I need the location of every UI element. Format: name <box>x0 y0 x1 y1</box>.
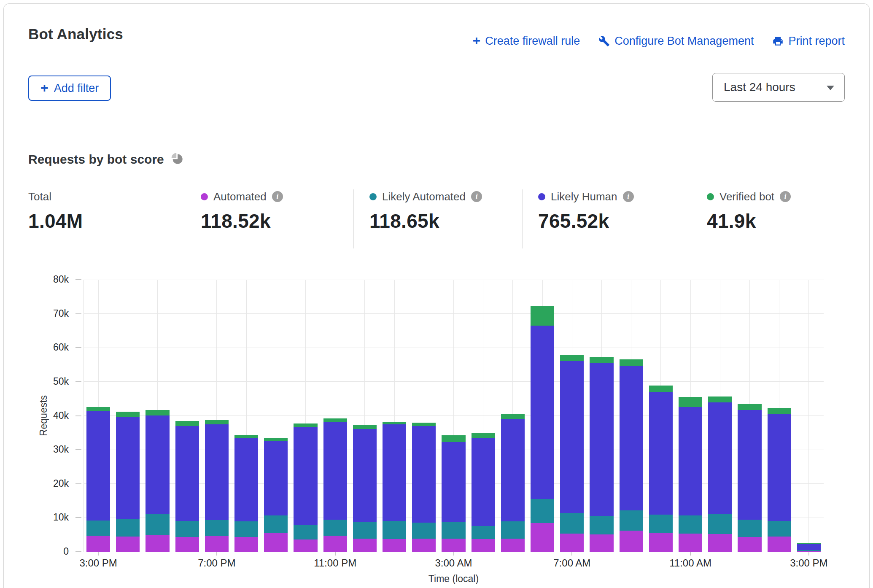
bar-segment-automated[interactable] <box>146 535 169 552</box>
bar-segment-likely-automated[interactable] <box>234 521 258 537</box>
bar-segment-likely-automated[interactable] <box>205 520 229 536</box>
bar-segment-likely-automated[interactable] <box>531 499 554 523</box>
bar-segment-likely-human[interactable] <box>738 410 761 520</box>
bar-segment-automated[interactable] <box>323 536 347 552</box>
bar-segment-likely-automated[interactable] <box>86 521 110 536</box>
bar-segment-likely-automated[interactable] <box>560 513 584 534</box>
bar-segment-likely-human[interactable] <box>797 544 821 550</box>
bar-segment-automated[interactable] <box>234 537 258 552</box>
bar-segment-verified-bot[interactable] <box>590 357 613 363</box>
info-icon[interactable]: i <box>272 191 283 202</box>
bar-segment-likely-human[interactable] <box>175 426 199 521</box>
bar-segment-likely-automated[interactable] <box>501 521 525 538</box>
bar-segment-verified-bot[interactable] <box>86 407 110 411</box>
bar-segment-automated[interactable] <box>679 534 702 552</box>
bar-segment-automated[interactable] <box>649 533 673 552</box>
bar-segment-likely-automated[interactable] <box>116 519 140 537</box>
bar-segment-verified-bot[interactable] <box>442 435 465 442</box>
bar-segment-likely-human[interactable] <box>353 429 377 522</box>
bar-segment-likely-human[interactable] <box>472 438 495 526</box>
bar-segment-automated[interactable] <box>708 534 732 552</box>
bar-segment-likely-human[interactable] <box>560 361 584 513</box>
bar-segment-likely-automated[interactable] <box>797 550 821 551</box>
bar-segment-likely-automated[interactable] <box>620 510 643 531</box>
bar-segment-automated[interactable] <box>501 539 525 552</box>
bar-segment-likely-automated[interactable] <box>294 525 317 539</box>
bar-segment-likely-automated[interactable] <box>590 516 613 534</box>
bar-segment-verified-bot[interactable] <box>383 422 406 425</box>
bar-segment-verified-bot[interactable] <box>679 397 702 407</box>
bar-segment-automated[interactable] <box>531 523 554 552</box>
bar-segment-verified-bot[interactable] <box>560 355 584 361</box>
bar-segment-verified-bot[interactable] <box>264 438 288 441</box>
info-icon[interactable]: i <box>623 191 634 202</box>
bar-segment-likely-human[interactable] <box>768 414 791 521</box>
bar-segment-automated[interactable] <box>353 539 377 552</box>
add-filter-button[interactable]: + Add filter <box>28 76 111 101</box>
bar-segment-automated[interactable] <box>442 539 465 552</box>
bar-segment-verified-bot[interactable] <box>116 412 140 417</box>
configure-bot-management-link[interactable]: Configure Bot Management <box>598 35 754 48</box>
bar-segment-likely-automated[interactable] <box>738 520 761 537</box>
bar-segment-verified-bot[interactable] <box>472 433 495 437</box>
bar-segment-verified-bot[interactable] <box>323 418 347 422</box>
bar-segment-automated[interactable] <box>590 534 613 552</box>
bar-segment-verified-bot[interactable] <box>797 543 821 544</box>
bar-segment-verified-bot[interactable] <box>738 404 761 410</box>
print-report-link[interactable]: Print report <box>772 35 845 48</box>
bar-segment-likely-automated[interactable] <box>708 514 732 534</box>
bar-segment-verified-bot[interactable] <box>708 396 732 403</box>
bar-segment-verified-bot[interactable] <box>620 359 643 366</box>
bar-segment-verified-bot[interactable] <box>234 435 258 438</box>
bar-segment-automated[interactable] <box>294 539 317 552</box>
bar-segment-automated[interactable] <box>383 539 406 552</box>
bar-segment-likely-automated[interactable] <box>264 515 288 534</box>
bar-segment-likely-human[interactable] <box>146 415 169 515</box>
bar-segment-likely-human[interactable] <box>649 392 673 515</box>
bar-segment-automated[interactable] <box>116 537 140 552</box>
bar-segment-likely-automated[interactable] <box>768 521 791 536</box>
time-range-select[interactable]: Last 24 hours <box>712 73 845 102</box>
bar-segment-likely-automated[interactable] <box>679 515 702 534</box>
bar-segment-verified-bot[interactable] <box>146 410 169 415</box>
bar-segment-likely-automated[interactable] <box>323 520 347 536</box>
bar-segment-likely-human[interactable] <box>383 424 406 521</box>
info-icon[interactable]: i <box>471 191 482 202</box>
info-icon[interactable]: i <box>780 191 791 202</box>
bar-segment-likely-human[interactable] <box>679 407 702 515</box>
bar-segment-likely-automated[interactable] <box>146 514 169 534</box>
bar-segment-automated[interactable] <box>620 531 643 552</box>
bar-segment-verified-bot[interactable] <box>412 423 436 426</box>
create-firewall-rule-link[interactable]: + Create firewall rule <box>472 34 580 48</box>
bar-segment-verified-bot[interactable] <box>531 306 554 326</box>
bar-segment-automated[interactable] <box>86 536 110 552</box>
bar-segment-likely-human[interactable] <box>323 422 347 520</box>
bar-segment-likely-automated[interactable] <box>412 523 436 539</box>
bar-segment-automated[interactable] <box>738 537 761 552</box>
bar-segment-likely-human[interactable] <box>708 402 732 514</box>
bar-segment-automated[interactable] <box>560 534 584 552</box>
bar-segment-verified-bot[interactable] <box>649 386 673 392</box>
bar-segment-automated[interactable] <box>205 536 229 552</box>
bar-segment-likely-human[interactable] <box>412 426 436 523</box>
bar-segment-verified-bot[interactable] <box>294 423 317 427</box>
bar-segment-likely-human[interactable] <box>442 442 465 522</box>
bar-segment-automated[interactable] <box>175 537 199 552</box>
bar-segment-likely-human[interactable] <box>590 363 613 516</box>
bar-segment-automated[interactable] <box>264 533 288 552</box>
bar-segment-verified-bot[interactable] <box>175 421 199 426</box>
bar-segment-verified-bot[interactable] <box>768 408 791 414</box>
bar-segment-verified-bot[interactable] <box>501 414 525 419</box>
bar-segment-likely-human[interactable] <box>116 417 140 519</box>
bar-segment-likely-automated[interactable] <box>649 515 673 533</box>
bar-segment-likely-human[interactable] <box>501 419 525 521</box>
bar-segment-likely-human[interactable] <box>86 411 110 521</box>
bar-segment-likely-automated[interactable] <box>353 522 377 539</box>
bar-segment-likely-automated[interactable] <box>383 521 406 539</box>
bar-segment-likely-automated[interactable] <box>175 521 199 537</box>
bar-segment-automated[interactable] <box>472 539 495 552</box>
bar-segment-verified-bot[interactable] <box>205 420 229 424</box>
bar-segment-automated[interactable] <box>768 537 791 552</box>
bar-segment-likely-human[interactable] <box>234 438 258 522</box>
bar-segment-likely-human[interactable] <box>205 424 229 520</box>
